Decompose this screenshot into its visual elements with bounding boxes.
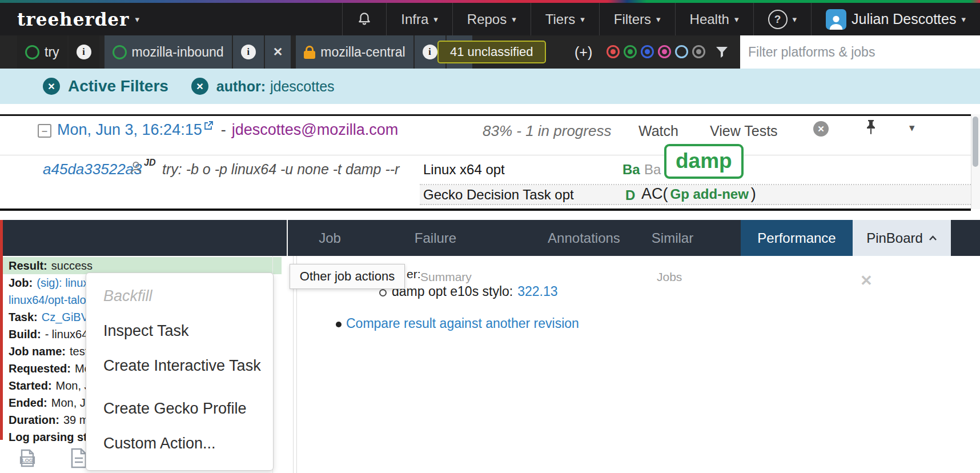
- menu-item-create-gecko-profile[interactable]: Create Gecko Profile: [86, 391, 273, 426]
- job-group: AC(Gp add-new): [641, 185, 756, 203]
- nav-menu-health[interactable]: Health ▾: [675, 3, 753, 35]
- help-menu[interactable]: ? ▾: [753, 3, 812, 35]
- push-progress-status[interactable]: 83% - 1 in progress: [483, 122, 611, 140]
- panelnav-divider: [287, 220, 288, 256]
- filter-funnel-icon[interactable]: [715, 45, 729, 61]
- toggle-in-progress-button[interactable]: (+): [575, 44, 592, 61]
- job-button-ba-done[interactable]: Ba: [622, 162, 640, 178]
- log-icon-text: LOG: [22, 458, 33, 463]
- push-author-email-link[interactable]: jdescottes@mozilla.com: [232, 121, 399, 139]
- hollow-bullet: [379, 289, 387, 296]
- active-filters-bar: ✕ Active Filters ✕ author: jdescottes: [0, 69, 980, 104]
- log-viewer-icon[interactable]: LOG: [17, 448, 38, 471]
- repo-try-info-button[interactable]: i: [69, 35, 99, 69]
- pin-push-icon[interactable]: [865, 119, 877, 138]
- push-area-top-border: [0, 114, 971, 116]
- detail-label: Build:: [9, 328, 41, 341]
- nav-menu-repos[interactable]: Repos ▾: [452, 3, 531, 35]
- repo-try-label: try: [45, 45, 59, 60]
- paren-open: (: [663, 185, 668, 203]
- repo-mozilla-central[interactable]: mozilla-central: [296, 35, 413, 69]
- commit-revision-link[interactable]: a45da33522a3: [43, 161, 142, 178]
- menu-item-backfill[interactable]: Backfill: [86, 279, 273, 314]
- nav-menu-tiers[interactable]: Tiers ▾: [531, 3, 599, 35]
- pinboard-toggle-button[interactable]: PinBoard: [853, 220, 951, 256]
- job-letters[interactable]: AC: [641, 185, 663, 203]
- list-bullet: [336, 322, 342, 327]
- repo-mozilla-inbound-close-button[interactable]: ✕: [265, 35, 291, 69]
- collapse-push-button[interactable]: –: [38, 124, 51, 138]
- summary-heading: Summary: [420, 270, 472, 284]
- other-job-actions-tooltip: Other job actions: [290, 264, 405, 289]
- tab-job[interactable]: Job: [297, 220, 363, 256]
- clear-filters-icon[interactable]: ✕: [43, 78, 60, 95]
- repo-try[interactable]: try: [17, 35, 67, 69]
- chevron-down-icon: ▾: [135, 14, 140, 25]
- classification-dot-green[interactable]: [624, 45, 637, 58]
- repo-mozilla-inbound-info-button[interactable]: i: [233, 35, 264, 69]
- commit-author-initials: JD: [144, 158, 155, 168]
- info-icon: i: [241, 45, 256, 59]
- external-link-icon[interactable]: [204, 121, 213, 133]
- perf-summary-item: damp opt e10s stylo:322.13: [392, 284, 558, 299]
- menu-item-custom-action[interactable]: Custom Action...: [86, 426, 273, 461]
- repo-mozilla-inbound[interactable]: mozilla-inbound: [105, 35, 232, 69]
- menu-item-inspect-task[interactable]: Inspect Task: [86, 314, 273, 348]
- push-actions-caret[interactable]: ▾: [909, 121, 915, 134]
- scrollbar-thumb[interactable]: [973, 117, 978, 167]
- job-signature-link[interactable]: (sig): linux: [37, 276, 89, 290]
- view-tests-button[interactable]: View Tests: [710, 123, 778, 139]
- nav-menu-label: Infra: [401, 11, 428, 27]
- watch-button[interactable]: Watch: [638, 123, 678, 139]
- details-panel-navbar: LOG ••• Job Failure Annotations Similar …: [0, 220, 980, 256]
- filter-platforms-jobs-input[interactable]: [740, 35, 980, 69]
- cancel-all-jobs-icon[interactable]: ✕: [813, 121, 829, 137]
- tab-performance[interactable]: Performance: [741, 220, 853, 256]
- nav-menu-infra[interactable]: Infra ▾: [386, 3, 452, 35]
- job-row-linux-x64: Linux x64 opt Ba Ba damp: [420, 155, 971, 185]
- classification-dot-red[interactable]: [607, 45, 620, 58]
- open-tree-icon: [25, 45, 39, 59]
- classification-dot-blue[interactable]: [641, 45, 654, 58]
- chevron-down-icon: ▾: [961, 14, 966, 25]
- tab-similar[interactable]: Similar: [637, 220, 708, 256]
- nav-menu-filters[interactable]: Filters ▾: [599, 3, 675, 35]
- remove-author-filter-icon[interactable]: ✕: [191, 78, 208, 95]
- unclassified-failures-badge[interactable]: 41 unclassified: [437, 41, 546, 63]
- jobs-heading: Jobs: [657, 270, 682, 284]
- treeherder-app: treeherder ▾ Infra ▾ Repos ▾ Tiers ▾: [0, 0, 980, 473]
- nav-menu-label: Health: [690, 11, 729, 27]
- compare-revision-link[interactable]: Compare result against another revision: [346, 316, 579, 331]
- detail-value: - linux64: [45, 328, 89, 341]
- job-name-link[interactable]: linux64/opt-talos: [9, 294, 92, 307]
- chevron-down-icon: ▾: [512, 14, 516, 25]
- top-navbar: treeherder ▾ Infra ▾ Repos ▾ Tiers ▾: [0, 3, 980, 35]
- close-icon: ✕: [273, 45, 283, 59]
- commit-author-icon: [130, 161, 142, 177]
- treeherder-logo[interactable]: treeherder ▾: [17, 9, 140, 30]
- menu-item-create-interactive-task[interactable]: Create Interactive Task: [86, 348, 273, 383]
- platform-label: Gecko Decision Task opt: [423, 187, 574, 203]
- classification-dot-gray[interactable]: [692, 45, 705, 58]
- user-menu[interactable]: Julian Descottes ▾: [811, 3, 980, 35]
- selected-job-damp[interactable]: damp: [664, 144, 744, 179]
- perf-value-link[interactable]: 322.13: [517, 284, 557, 299]
- tab-failure[interactable]: Failure: [394, 220, 477, 256]
- tab-annotations[interactable]: Annotations: [537, 220, 631, 256]
- job-button-decision[interactable]: D: [625, 187, 635, 203]
- job-button-ba-pending[interactable]: Ba: [644, 162, 661, 178]
- classification-dot-pink[interactable]: [658, 45, 671, 58]
- detail-label: Started:: [9, 379, 52, 392]
- watched-repos-bar: try i mozilla-inbound i ✕ mozilla-centra…: [0, 35, 980, 69]
- classification-dot-lightblue[interactable]: [675, 45, 688, 58]
- notifications-button[interactable]: [342, 3, 386, 35]
- close-icon[interactable]: ✕: [860, 272, 873, 290]
- repobar-gap: [101, 35, 105, 69]
- chevron-up-icon: [929, 235, 937, 241]
- platform-label: Linux x64 opt: [423, 162, 505, 178]
- user-name: Julian Descottes: [852, 11, 956, 27]
- job-button-gp-add-new[interactable]: Gp add-new: [670, 186, 749, 202]
- push-date-link[interactable]: Mon, Jun 3, 16:24:15: [57, 121, 202, 139]
- author-filter-chip: ✕ author: jdescottes: [191, 78, 335, 95]
- chevron-down-icon: ▾: [656, 14, 661, 25]
